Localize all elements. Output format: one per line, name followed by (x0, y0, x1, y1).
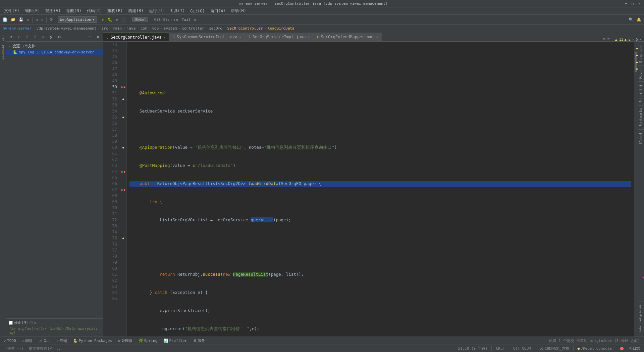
jrebel-btn[interactable]: JRebel (131, 16, 149, 24)
settings-btn[interactable]: ⚙ (193, 16, 198, 24)
right-tab-maven[interactable]: Maven (638, 65, 644, 81)
menu-git[interactable]: Git(G) (187, 8, 207, 14)
bottom-tasks[interactable]: ⚙ 处理器 (115, 338, 135, 344)
status-branch[interactable]: ⎇ C8DN@米_方格 (538, 346, 571, 351)
code-content[interactable]: @Autowired SecUserService secUserService… (127, 42, 634, 337)
status-today[interactable]: 今日志 (628, 346, 641, 351)
menu-run[interactable]: 运行(U) (146, 7, 167, 14)
expand-warnings-icon[interactable]: ▾ (639, 38, 641, 41)
left-git-icon[interactable]: Git (1, 34, 5, 43)
refresh-btn[interactable]: ↺ (7, 33, 15, 41)
stop-button[interactable]: ⬛ (120, 16, 127, 24)
bottom-python-packages[interactable]: 🐍 Python Packages (70, 338, 115, 344)
search-btn[interactable]: 🔍 (627, 16, 635, 24)
toolbar-save-all[interactable]: ⊙ (25, 16, 31, 24)
run-button[interactable]: ▶ (101, 16, 106, 24)
menu-build[interactable]: 构建(B) (125, 7, 146, 14)
toolbar-forward[interactable]: ▷ (40, 16, 45, 24)
status-position[interactable]: 51:58 (9 字符) (457, 346, 489, 351)
collapse-btn[interactable]: ⊟ (32, 33, 39, 41)
tab-seorgcontroller[interactable]: J SecOrgController.java ✕ (103, 33, 169, 41)
menu-navigate[interactable]: 导航(N) (63, 7, 84, 14)
breadcrumb-secorg[interactable]: secOrg (209, 26, 222, 31)
left-promoter-icon[interactable]: Promoter (1, 43, 5, 61)
bottom-problems[interactable]: ⚠ 问题 (19, 338, 36, 344)
breadcrumb-class[interactable]: SecOrgController (227, 26, 263, 31)
menu-help[interactable]: 帮助(H) (228, 7, 249, 14)
tab-bar-settings[interactable]: ≡ (607, 37, 610, 41)
tree-item-spy[interactable]: 🐍 spy.log E:\IDEA_code\my-env-server (6, 49, 103, 55)
menu-window[interactable]: 窗口(W) (208, 7, 228, 14)
tab-close-4[interactable]: ✕ (376, 35, 378, 39)
status-crlf[interactable]: CRLF (494, 346, 506, 351)
linenum-48: 48 (105, 72, 117, 78)
encoding-label: CRLF (496, 346, 505, 351)
tab-close-2[interactable]: ✕ (239, 35, 241, 39)
bottom-terminal[interactable]: ▸ 终端 (54, 338, 70, 344)
git-indicator[interactable]: Git(S): ✓ ↑ ↺ (153, 16, 180, 24)
breadcrumb-module[interactable]: vdp-system-yiwei-management (37, 26, 97, 31)
tab-secorgextendmapper[interactable]: X SecOrgExtendMapper.xml ✕ (313, 33, 382, 41)
diff-btn[interactable]: ≶ (48, 33, 55, 41)
tail-btn[interactable]: Tail (180, 16, 192, 24)
menu-edit[interactable]: 编辑(E) (22, 7, 43, 14)
info-icon[interactable]: ⓘ (30, 320, 33, 325)
breadcrumb-controller[interactable]: controller (182, 26, 204, 31)
menu-file[interactable]: 文件(F) (1, 7, 22, 14)
warning-summary: ▲ 11 ▲ 2 ↑ 5 ▾ (612, 38, 644, 41)
breadcrumb-system[interactable]: system (164, 26, 177, 31)
maximize-button[interactable]: □ (631, 2, 635, 6)
status-charset[interactable]: UTF-8BOM (512, 346, 532, 351)
toolbar-btn-extra[interactable]: ⟳ (48, 16, 54, 24)
right-tab-sonar[interactable]: SonarLint (638, 81, 644, 105)
menu-refactor[interactable]: 重构(R) (105, 7, 125, 14)
breadcrumb-java[interactable]: java (127, 26, 136, 31)
status-jrebel-console[interactable]: ● JRebel Console (576, 346, 613, 351)
breadcrumb-vdp[interactable]: vdp (152, 26, 159, 31)
webapp-dropdown[interactable]: WebApplication ▾ (58, 16, 97, 23)
breadcrumb-main[interactable]: main (113, 26, 122, 31)
minimize-button[interactable]: ─ (624, 2, 628, 6)
toolbar-save[interactable]: 💾 (17, 16, 25, 24)
bottom-todo[interactable]: ✓ TODO (1, 338, 19, 344)
bottom-spring[interactable]: 🌿 Spring (136, 338, 160, 344)
tab-close-3[interactable]: ✕ (308, 35, 310, 39)
right-tab-structure[interactable]: Structure (638, 42, 644, 65)
toolbar-open[interactable]: 📁 (9, 16, 17, 24)
breadcrumb-com[interactable]: com (141, 26, 147, 31)
tab-syscommonservice[interactable]: J SysCommonServiceImpl.java ✕ (169, 33, 245, 41)
fix-checkbox[interactable] (9, 321, 13, 325)
rollback-btn[interactable]: ↩ (15, 33, 23, 41)
status-push[interactable]: 提交并推送(P)... (28, 346, 62, 351)
right-tab-irebel[interactable]: iRebel (638, 129, 644, 147)
settings-small-icon[interactable]: ⚙ (34, 321, 36, 324)
breadcrumb-src[interactable]: src (101, 26, 108, 31)
tab-secorgservice[interactable]: J SecOrgServiceImpl.java ✕ (245, 33, 313, 41)
right-tab-bookmarks[interactable]: Bookmarks (638, 105, 644, 129)
bottom-server[interactable]: 🖥 服务 (190, 338, 208, 344)
breadcrumb-method[interactable]: loadGirdData (268, 26, 294, 31)
minimize-sidebar-btn[interactable]: ─ (86, 33, 94, 41)
toolbar-new[interactable]: 📄 (1, 16, 9, 24)
expand-btn[interactable]: ⊞ (23, 33, 31, 41)
settings-sidebar-btn[interactable]: ⚙ (56, 33, 63, 41)
bottom-profiler[interactable]: 📊 Profiler (161, 338, 190, 344)
linenum-64: 64 (105, 169, 117, 175)
debug-button[interactable]: 🐛 (106, 16, 114, 24)
group-btn[interactable]: ≡ (40, 33, 47, 41)
bottom-git[interactable]: ⎇ Git (36, 338, 53, 344)
right-tab-irebel-setup[interactable]: iRebel Setup Guide (638, 302, 644, 337)
close-button[interactable]: ✕ (637, 2, 641, 6)
close-sidebar-btn[interactable]: ✕ (94, 33, 102, 41)
menu-view[interactable]: 视图(V) (43, 7, 63, 14)
notification-btn[interactable]: 🔔 (635, 16, 643, 24)
settings-tab-icon[interactable]: ⚙ (603, 37, 605, 41)
menu-code[interactable]: 代码(C) (84, 7, 105, 14)
tab-close-1[interactable]: ✕ (164, 36, 166, 39)
toolbar-back[interactable]: ◁ (34, 16, 39, 24)
run-with-coverage[interactable]: ⊕ (114, 16, 119, 24)
breadcrumb-project[interactable]: my-env-server (3, 26, 32, 31)
status-commit[interactable]: ↑ 提交 (↑) (3, 346, 25, 351)
menu-tools[interactable]: 工具(T) (167, 7, 188, 14)
changes-header[interactable]: ▾ 变更 1个文件 (6, 43, 103, 49)
